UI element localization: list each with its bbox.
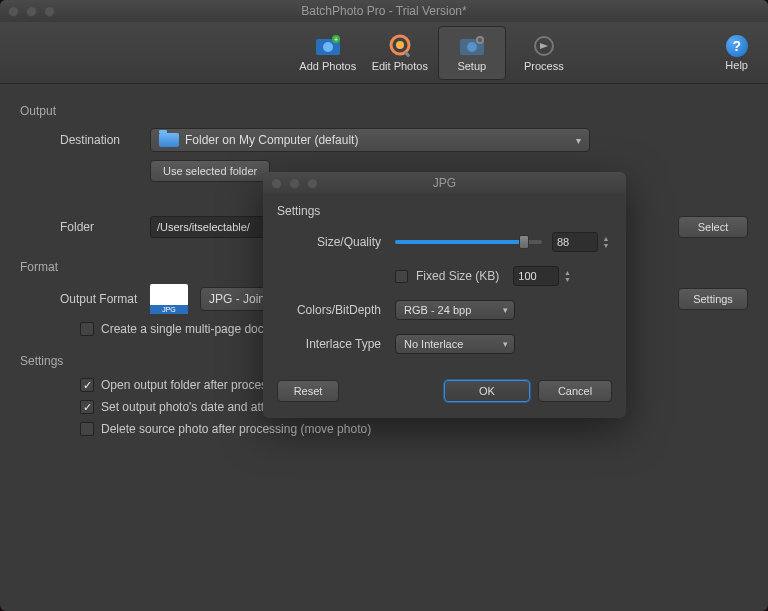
toolbar-add-photos[interactable]: + Add Photos [294,26,362,80]
colors-value: RGB - 24 bpp [404,304,471,316]
chevron-down-icon: ▾ [576,135,581,146]
quality-step-up[interactable]: ▲ [600,235,612,242]
help-icon: ? [726,35,748,57]
jpg-settings-dialog: JPG Settings Size/Quality 88 ▲ ▼ [263,172,626,418]
toolbar-setup-label: Setup [457,60,486,72]
titlebar: BatchPhoto Pro - Trial Version* [0,0,768,22]
format-settings-button[interactable]: Settings [678,288,748,310]
destination-label: Destination [20,133,150,147]
toolbar-add-photos-label: Add Photos [299,60,356,72]
use-selected-folder-button[interactable]: Use selected folder [150,160,270,182]
output-format-label: Output Format [20,292,150,306]
chevron-down-icon: ▾ [503,305,508,315]
setup-icon [458,34,486,58]
toolbar-edit-photos[interactable]: Edit Photos [366,26,434,80]
toolbar-help-label: Help [725,59,748,71]
slider-fill [395,240,524,244]
chevron-down-icon: ▾ [503,339,508,349]
main-window: BatchPhoto Pro - Trial Version* + Add Ph… [0,0,768,611]
dialog-titlebar: JPG [263,172,626,194]
window-title: BatchPhoto Pro - Trial Version* [0,4,768,18]
quality-value: 88 [557,236,569,248]
quality-step-down[interactable]: ▼ [600,242,612,249]
cancel-button[interactable]: Cancel [538,380,612,402]
reset-button[interactable]: Reset [277,380,339,402]
same-attrs-checkbox[interactable] [80,400,94,414]
toolbar-process-label: Process [524,60,564,72]
delete-source-label: Delete source photo after processing (mo… [101,422,371,436]
single-multipage-label: Create a single multi-page docume [101,322,287,336]
fixed-size-value: 100 [518,270,536,282]
svg-text:+: + [334,36,338,43]
fixed-size-step-down[interactable]: ▼ [561,276,573,283]
folder-icon [159,133,179,147]
svg-point-5 [396,41,404,49]
colors-select[interactable]: RGB - 24 bpp ▾ [395,300,515,320]
fixed-size-label: Fixed Size (KB) [416,269,499,283]
fixed-size-step-up[interactable]: ▲ [561,269,573,276]
size-quality-label: Size/Quality [277,235,395,249]
interlace-label: Interlace Type [277,337,395,351]
toolbar-process[interactable]: Process [510,26,578,80]
interlace-select[interactable]: No Interlace ▾ [395,334,515,354]
ok-button[interactable]: OK [444,380,530,402]
destination-dropdown[interactable]: Folder on My Computer (default) ▾ [150,128,590,152]
svg-point-10 [478,38,482,42]
quality-slider[interactable] [395,240,542,244]
dialog-section-heading: Settings [277,204,612,218]
toolbar-help[interactable]: ? Help [725,35,748,71]
slider-thumb[interactable] [519,235,529,249]
single-multipage-checkbox[interactable] [80,322,94,336]
toolbar-edit-photos-label: Edit Photos [372,60,428,72]
toolbar: + Add Photos Edit Photos Setup [0,22,768,84]
dialog-title: JPG [263,176,626,190]
fixed-size-checkbox[interactable] [395,270,408,283]
toolbar-setup[interactable]: Setup [438,26,506,80]
edit-photos-icon [386,34,414,58]
fixed-size-spinner[interactable]: 100 [513,266,559,286]
select-folder-button[interactable]: Select [678,216,748,238]
delete-source-checkbox[interactable] [80,422,94,436]
output-heading: Output [20,104,748,118]
add-photos-icon: + [314,34,342,58]
folder-label: Folder [20,220,150,234]
interlace-value: No Interlace [404,338,463,350]
open-output-checkbox[interactable] [80,378,94,392]
svg-point-1 [323,42,333,52]
destination-value: Folder on My Computer (default) [185,133,358,147]
svg-point-8 [467,42,477,52]
colors-label: Colors/BitDepth [277,303,395,317]
open-output-label: Open output folder after processing [101,378,289,392]
quality-spinner[interactable]: 88 [552,232,598,252]
process-icon [530,34,558,58]
jpg-format-icon [150,284,188,314]
